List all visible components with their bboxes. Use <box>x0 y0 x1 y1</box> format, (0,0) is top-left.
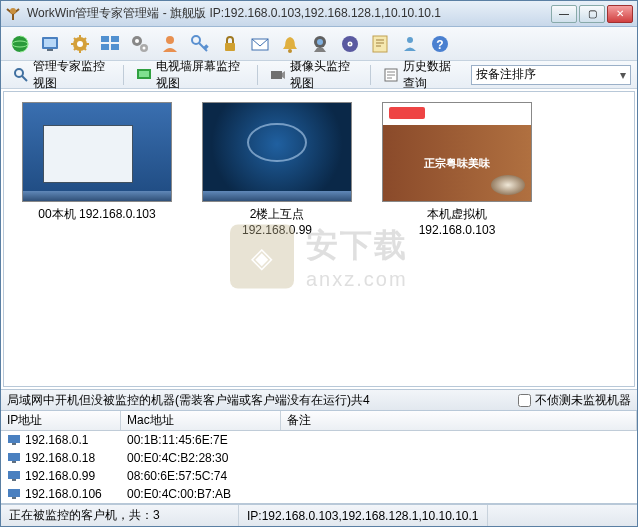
table-row[interactable]: 192.168.0.106 00:E0:4C:00:B7:AB <box>1 485 637 503</box>
table-row[interactable]: 192.168.0.18 00:E0:4C:B2:28:30 <box>1 449 637 467</box>
minimize-button[interactable]: — <box>551 5 577 23</box>
pc-icon <box>7 470 21 482</box>
panel-heading-text: 局域网中开机但没被监控的机器(需装客户端或客户端没有在运行)共4 <box>7 392 518 409</box>
sort-dropdown[interactable]: 按备注排序 <box>471 65 631 85</box>
window-buttons: — ▢ ✕ <box>551 5 633 23</box>
svg-rect-8 <box>101 36 109 42</box>
svg-point-0 <box>10 8 16 14</box>
svg-rect-42 <box>12 497 16 499</box>
close-button[interactable]: ✕ <box>607 5 633 23</box>
thumbnail-area: 00本机 192.168.0.103 2楼上互点 192.168.0.99 正宗… <box>3 91 635 387</box>
window-title: WorkWin管理专家管理端 - 旗舰版 IP:192.168.0.103,19… <box>27 5 551 22</box>
toolbar-note-icon[interactable] <box>367 31 393 57</box>
svg-text:?: ? <box>436 38 443 52</box>
thumbnail-caption: 本机虚拟机 <box>427 206 487 223</box>
toolbar-disc-icon[interactable] <box>337 31 363 57</box>
svg-rect-18 <box>225 43 235 51</box>
toolbar-webcam-icon[interactable] <box>307 31 333 57</box>
checkbox-input[interactable] <box>518 394 531 407</box>
svg-rect-35 <box>8 435 20 443</box>
status-ip-list: IP:192.168.0.103,192.168.128.1,10.10.10.… <box>239 505 488 526</box>
svg-rect-41 <box>8 489 20 497</box>
svg-rect-36 <box>12 443 16 445</box>
toolbar-screens-icon[interactable] <box>97 31 123 57</box>
pc-icon <box>7 434 21 446</box>
pc-icon <box>7 452 21 464</box>
view-tab-history[interactable]: 历史数据查询 <box>377 56 467 94</box>
svg-point-17 <box>192 36 200 44</box>
title-bar: WorkWin管理专家管理端 - 旗舰版 IP:192.168.0.103,19… <box>1 1 637 27</box>
toolbar-globe-icon[interactable] <box>7 31 33 57</box>
table-row[interactable]: 192.168.0.1 00:1B:11:45:6E:7E <box>1 431 637 449</box>
client-thumbnail[interactable]: 00本机 192.168.0.103 <box>22 102 172 223</box>
thumbnail-ip: 192.168.0.103 <box>419 223 496 237</box>
table-body: 192.168.0.1 00:1B:11:45:6E:7E 192.168.0.… <box>1 431 637 503</box>
toolbar-lock-icon[interactable] <box>217 31 243 57</box>
screenshot-preview <box>202 102 352 202</box>
svg-rect-5 <box>47 49 53 51</box>
view-tab-expert[interactable]: 管理专家监控视图 <box>7 56 117 94</box>
svg-rect-33 <box>271 71 282 79</box>
table-row[interactable]: 192.168.0.99 08:60:6E:57:5C:74 <box>1 467 637 485</box>
status-monitored-count: 正在被监控的客户机，共：3 <box>1 505 239 526</box>
camera-icon <box>270 67 286 83</box>
maximize-button[interactable]: ▢ <box>579 5 605 23</box>
toolbar-settings-icon[interactable] <box>67 31 93 57</box>
column-header-note[interactable]: 备注 <box>281 411 637 430</box>
toolbar-help-icon[interactable]: ? <box>427 31 453 57</box>
svg-rect-37 <box>8 453 20 461</box>
unmonitored-table: IP地址 Mac地址 备注 192.168.0.1 00:1B:11:45:6E… <box>1 411 637 504</box>
toolbar-key-icon[interactable] <box>187 31 213 57</box>
svg-point-30 <box>15 69 23 77</box>
separator-icon <box>123 65 124 85</box>
view-tab-label: 摄像头监控视图 <box>290 58 358 92</box>
toolbar-person2-icon[interactable] <box>397 31 423 57</box>
toolbar-bell-icon[interactable] <box>277 31 303 57</box>
svg-point-15 <box>143 46 146 49</box>
svg-point-20 <box>288 49 292 53</box>
svg-rect-38 <box>12 461 16 463</box>
svg-rect-9 <box>111 36 119 42</box>
client-thumbnail[interactable]: 2楼上互点 192.168.0.99 <box>202 102 352 237</box>
svg-rect-26 <box>373 36 387 52</box>
toolbar-person-icon[interactable] <box>157 31 183 57</box>
tv-icon <box>136 67 152 83</box>
view-tab-camera[interactable]: 摄像头监控视图 <box>264 56 364 94</box>
disable-detect-checkbox[interactable]: 不侦测未监视机器 <box>518 392 631 409</box>
sort-selected-value: 按备注排序 <box>476 66 536 83</box>
app-icon <box>5 6 21 22</box>
view-tab-tvwall[interactable]: 电视墙屏幕监控视图 <box>130 56 251 94</box>
svg-rect-40 <box>12 479 16 481</box>
toolbar-mail-icon[interactable] <box>247 31 273 57</box>
svg-point-7 <box>77 41 83 47</box>
history-icon <box>383 67 399 83</box>
table-header: IP地址 Mac地址 备注 <box>1 411 637 431</box>
view-tab-label: 历史数据查询 <box>403 58 461 92</box>
svg-rect-4 <box>44 39 56 47</box>
unmonitored-panel-header: 局域网中开机但没被监控的机器(需装客户端或客户端没有在运行)共4 不侦测未监视机… <box>1 389 637 411</box>
column-header-ip[interactable]: IP地址 <box>1 411 121 430</box>
pc-icon <box>7 488 21 500</box>
view-tab-label: 管理专家监控视图 <box>33 58 111 92</box>
toolbar-gears-icon[interactable] <box>127 31 153 57</box>
client-thumbnail[interactable]: 正宗粤味美味 本机虚拟机 192.168.0.103 <box>382 102 532 237</box>
watermark-url: anxz.com <box>306 267 408 290</box>
checkbox-label: 不侦测未监视机器 <box>535 392 631 409</box>
svg-rect-11 <box>111 44 119 50</box>
svg-point-25 <box>349 43 351 45</box>
svg-point-27 <box>407 37 413 43</box>
column-header-mac[interactable]: Mac地址 <box>121 411 281 430</box>
screenshot-preview: 正宗粤味美味 <box>382 102 532 202</box>
status-bar: 正在被监控的客户机，共：3 IP:192.168.0.103,192.168.1… <box>1 504 637 526</box>
view-tab-label: 电视墙屏幕监控视图 <box>156 58 245 92</box>
svg-rect-10 <box>101 44 109 50</box>
thumbnail-ip: 192.168.0.99 <box>242 223 312 237</box>
view-tabs-bar: 管理专家监控视图 电视墙屏幕监控视图 摄像头监控视图 历史数据查询 按备注排序 <box>1 61 637 89</box>
svg-point-22 <box>317 39 323 45</box>
separator-icon <box>370 65 371 85</box>
thumbnail-caption: 00本机 192.168.0.103 <box>38 206 155 223</box>
svg-point-16 <box>166 36 174 44</box>
svg-rect-32 <box>139 71 149 77</box>
toolbar-monitor-icon[interactable] <box>37 31 63 57</box>
svg-rect-39 <box>8 471 20 479</box>
